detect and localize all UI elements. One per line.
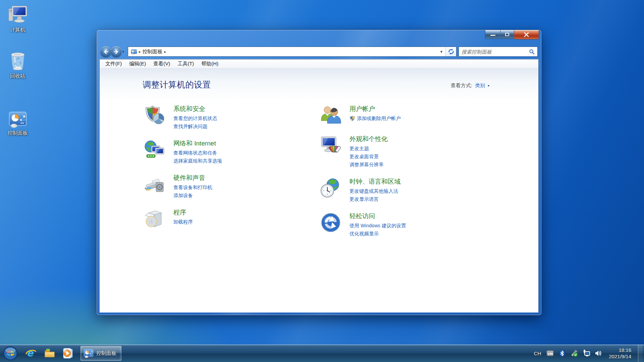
category-title-network-internet[interactable]: 网络和 Internet xyxy=(173,139,222,148)
desktop-icon-label: 回收站 xyxy=(10,73,25,79)
link-text: 添加或删除用户帐户 xyxy=(357,114,401,122)
category-column-left: 系统和安全 查看您的计算机状态 查找并解决问题 xyxy=(144,105,318,238)
link-uninstall-program[interactable]: 卸载程序 xyxy=(173,218,193,226)
windows-logo-icon xyxy=(3,346,18,361)
refresh-button[interactable] xyxy=(445,47,456,56)
page-title: 调整计算机的设置 xyxy=(143,79,211,90)
minimize-button[interactable] xyxy=(485,30,500,39)
menu-help[interactable]: 帮助(H) xyxy=(198,60,221,68)
menu-tools[interactable]: 工具(T) xyxy=(174,60,197,68)
category-title-user-accounts[interactable]: 用户帐户 xyxy=(350,105,401,113)
forward-button[interactable] xyxy=(111,46,122,57)
close-icon xyxy=(524,33,529,37)
desktop-icon-computer[interactable]: 计算机 xyxy=(1,5,35,33)
recycle-bin-icon xyxy=(7,51,28,72)
link-change-display-language[interactable]: 更改显示语言 xyxy=(350,195,400,203)
category-ease-of-access: 轻松访问 使用 Windows 建议的设置 优化视频显示 xyxy=(320,212,494,238)
link-add-remove-user-accounts[interactable]: 添加或删除用户帐户 xyxy=(350,114,401,122)
show-desktop-button[interactable] xyxy=(638,345,643,362)
menu-view[interactable]: 查看(V) xyxy=(150,60,173,68)
history-dropdown-button[interactable]: ▾ xyxy=(122,50,126,53)
appearance-personalization-icon[interactable] xyxy=(320,135,341,156)
breadcrumb-arrow-icon[interactable]: ▸ xyxy=(164,50,166,54)
breadcrumb-arrow-icon[interactable]: ▸ xyxy=(139,50,141,54)
volume-icon[interactable] xyxy=(595,350,602,357)
taskbar-media-player[interactable] xyxy=(60,346,77,361)
taskbar-task-control-panel[interactable]: 控制面板 xyxy=(80,346,121,361)
taskbar-windows-explorer[interactable] xyxy=(41,346,58,361)
control-panel-icon xyxy=(8,110,27,129)
link-view-network-status[interactable]: 查看网络状态和任务 xyxy=(173,149,222,157)
link-adjust-screen-resolution[interactable]: 调整屏幕分辨率 xyxy=(350,161,388,169)
menu-file[interactable]: 文件(F) xyxy=(102,60,125,68)
user-accounts-icon[interactable] xyxy=(320,105,341,126)
category-hardware-sound: 硬件和声音 查看设备和打印机 添加设备 xyxy=(144,174,318,199)
svg-text:e: e xyxy=(27,348,34,359)
task-button-label: 控制面板 xyxy=(96,350,116,357)
control-panel-content: 调整计算机的设置 查看方式: 类别 ▾ xyxy=(100,68,538,312)
start-button[interactable] xyxy=(2,345,19,362)
link-change-keyboard-input[interactable]: 更改键盘或其他输入法 xyxy=(350,187,400,195)
hardware-sound-icon[interactable] xyxy=(144,174,165,195)
window-client-area: 文件(F) 编辑(E) 查看(V) 工具(T) 帮助(H) 调整计算机的设置 查… xyxy=(99,59,539,312)
category-user-accounts: 用户帐户 添加或删除用户帐户 xyxy=(320,105,494,126)
view-by-control: 查看方式: 类别 ▾ xyxy=(451,82,489,89)
desktop-wallpaper: 计算机 回收站 控制面板 xyxy=(0,0,644,362)
search-input[interactable] xyxy=(462,49,529,55)
category-appearance-personalization: 外观和个性化 更改主题 更改桌面背景 调整屏幕分辨率 xyxy=(320,135,494,169)
search-icon[interactable] xyxy=(529,49,535,55)
desktop-icon-recycle-bin[interactable]: 回收站 xyxy=(1,51,35,79)
desktop-icon-label: 计算机 xyxy=(10,27,25,33)
navigation-bar: ▾ ▸ 控制面板 ▸ ▼ xyxy=(99,46,539,57)
view-by-label: 查看方式: xyxy=(451,82,472,89)
usb-device-icon[interactable] xyxy=(571,350,578,357)
category-clock-language-region: 时钟、语言和区域 更改键盘或其他输入法 更改显示语言 xyxy=(320,177,494,203)
taskbar: e xyxy=(0,345,644,362)
link-find-fix-problems[interactable]: 查找并解决问题 xyxy=(173,122,217,130)
programs-icon[interactable] xyxy=(144,208,165,230)
category-title-system-security[interactable]: 系统和安全 xyxy=(173,105,217,113)
link-homegroup-sharing[interactable]: 选择家庭组和共享选项 xyxy=(173,157,222,165)
category-network-internet: 网络和 Internet 查看网络状态和任务 选择家庭组和共享选项 xyxy=(144,139,318,165)
taskbar-internet-explorer[interactable]: e xyxy=(22,346,40,361)
maximize-button[interactable] xyxy=(500,30,514,39)
link-change-desktop-background[interactable]: 更改桌面背景 xyxy=(350,153,388,161)
link-view-computer-status[interactable]: 查看您的计算机状态 xyxy=(173,114,217,122)
close-button[interactable] xyxy=(514,30,539,40)
tray-time: 18:16 xyxy=(609,347,631,354)
computer-icon xyxy=(7,5,28,25)
breadcrumb-item-control-panel[interactable]: 控制面板 xyxy=(143,49,163,55)
category-title-programs[interactable]: 程序 xyxy=(173,208,193,217)
category-title-ease-of-access[interactable]: 轻松访问 xyxy=(350,212,406,221)
tray-date: 2021/9/14 xyxy=(609,353,631,360)
control-panel-icon xyxy=(84,348,94,358)
svg-text:vm: vm xyxy=(547,352,553,356)
link-change-theme[interactable]: 更改主题 xyxy=(350,144,388,153)
vmware-tools-icon[interactable]: vm xyxy=(546,350,554,357)
menu-edit[interactable]: 编辑(E) xyxy=(126,60,149,68)
category-title-clock-language[interactable]: 时钟、语言和区域 xyxy=(350,177,400,186)
network-internet-icon[interactable] xyxy=(144,139,165,161)
link-view-devices-printers[interactable]: 查看设备和打印机 xyxy=(173,183,212,191)
system-security-icon[interactable] xyxy=(144,105,165,126)
category-title-hardware-sound[interactable]: 硬件和声音 xyxy=(173,174,212,182)
link-suggested-settings[interactable]: 使用 Windows 建议的设置 xyxy=(350,222,406,230)
network-icon[interactable] xyxy=(583,350,590,357)
back-button[interactable] xyxy=(100,46,111,57)
clock-language-region-icon[interactable] xyxy=(320,177,341,199)
ease-of-access-icon[interactable] xyxy=(320,212,341,233)
address-dropdown-button[interactable]: ▼ xyxy=(437,47,445,56)
category-title-appearance[interactable]: 外观和个性化 xyxy=(350,135,388,143)
view-by-value-link[interactable]: 类别 xyxy=(475,82,485,89)
control-panel-icon xyxy=(131,49,137,55)
desktop-icon-control-panel[interactable]: 控制面板 xyxy=(1,110,35,136)
bluetooth-icon[interactable] xyxy=(558,350,566,357)
link-optimize-visual-display[interactable]: 优化视频显示 xyxy=(350,230,406,238)
breadcrumb: ▸ 控制面板 ▸ xyxy=(128,47,437,56)
input-language-indicator[interactable]: CH xyxy=(533,351,542,356)
link-add-device[interactable]: 添加设备 xyxy=(173,191,212,199)
view-by-dropdown-icon[interactable]: ▾ xyxy=(488,84,489,87)
category-column-right: 用户帐户 添加或删除用户帐户 xyxy=(320,105,494,246)
system-tray: CH vm xyxy=(533,345,644,362)
clock[interactable]: 18:16 2021/9/14 xyxy=(607,347,633,360)
